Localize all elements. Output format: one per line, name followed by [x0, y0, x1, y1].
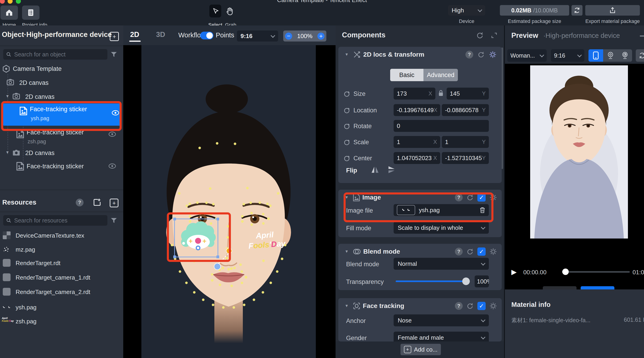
tree-item-2d-canvas-1[interactable]: 2D canvas — [0, 78, 123, 88]
collapse-preview-icon[interactable] — [640, 35, 644, 36]
reset-icon[interactable] — [466, 248, 474, 255]
keyframe-icon[interactable] — [343, 123, 350, 130]
gear-icon[interactable] — [489, 302, 497, 310]
selection-handle[interactable] — [216, 218, 219, 220]
timeline-track[interactable] — [562, 271, 630, 273]
fill-mode-dropdown[interactable]: Scale to display in whole — [394, 222, 489, 234]
reset-icon[interactable] — [466, 302, 474, 310]
enabled-checkbox[interactable]: ✓ — [478, 248, 486, 256]
transparency-value[interactable]: 100% — [474, 276, 489, 287]
tree-item-face-tracking-sticker-3[interactable]: Face-tracking sticker — [0, 161, 123, 171]
zoom-in-button[interactable]: + — [318, 32, 324, 40]
visibility-eye-icon[interactable] — [108, 163, 116, 169]
center-y-input[interactable]: -1.527310345Y — [442, 152, 489, 164]
zoom-out-button[interactable]: − — [285, 32, 292, 40]
aspect-ratio-dropdown[interactable]: 9:16 — [237, 30, 278, 41]
object-search[interactable] — [3, 49, 108, 60]
enabled-checkbox[interactable]: ✓ — [478, 302, 486, 310]
lock-icon[interactable] — [438, 89, 444, 97]
camera-canvas[interactable]: + + April Fools'Day — [142, 45, 316, 358]
resources-help-icon[interactable]: ? — [76, 199, 84, 206]
gear-icon[interactable] — [489, 51, 497, 58]
collapse-section-icon[interactable]: ▼ — [345, 304, 348, 308]
help-icon[interactable]: ? — [455, 194, 463, 201]
object-search-input[interactable] — [14, 51, 105, 58]
tree-item-face-tracking-sticker-ysh[interactable]: Face-tracking sticker ysh.pag — [3, 103, 120, 126]
tab-advanced[interactable]: Advanced — [424, 69, 458, 81]
add-component-button[interactable]: + Add co... — [400, 344, 441, 355]
resource-item[interactable]: RenderTarget_camera_2.rdt — [0, 287, 123, 297]
resource-item[interactable]: RenderTarget_camera_1.rdt — [0, 273, 123, 283]
visibility-eye-icon[interactable] — [108, 131, 116, 137]
home-button[interactable] — [0, 5, 18, 20]
keyframe-icon[interactable] — [343, 90, 350, 97]
selection-handle[interactable] — [216, 256, 219, 258]
anchor-dropdown[interactable]: Nose — [394, 315, 489, 326]
grab-tool-button[interactable] — [225, 6, 234, 16]
device-quality-dropdown[interactable]: High — [448, 5, 485, 15]
keyframe-icon[interactable] — [343, 155, 350, 162]
filter-icon[interactable] — [110, 52, 117, 57]
size-x-input[interactable]: 173X — [394, 88, 436, 99]
play-icon[interactable]: ▶ — [511, 268, 516, 276]
expand-arrow-icon[interactable]: ▼ — [6, 150, 10, 155]
preview-mode-camera1-button[interactable] — [603, 49, 618, 62]
select-tool-button[interactable] — [209, 4, 221, 17]
timeline-knob[interactable] — [562, 269, 569, 275]
tree-item-2d-canvas-3[interactable]: ▼ 2D canvas — [0, 148, 123, 158]
preview-mode-phone-button[interactable] — [588, 49, 603, 62]
tree-item-2d-canvas-2[interactable]: ▼ 2D canvas — [0, 92, 123, 102]
expand-arrow-icon[interactable]: ▼ — [6, 94, 10, 99]
gear-icon[interactable] — [489, 194, 497, 201]
scale-x-input[interactable]: 1X — [394, 136, 440, 148]
transparency-slider-track[interactable] — [396, 281, 469, 282]
help-icon[interactable]: ? — [455, 248, 463, 256]
project-info-button[interactable] — [22, 5, 40, 20]
sticker-selection-box[interactable] — [174, 219, 218, 257]
preview-ratio-dropdown[interactable]: 9:16 — [551, 49, 584, 62]
reset-icon[interactable] — [476, 31, 484, 39]
center-x-input[interactable]: 1.047052023X — [394, 152, 440, 164]
tab-2d[interactable]: 2D — [130, 30, 139, 39]
resource-item[interactable]: ysh.pag — [0, 302, 123, 312]
enabled-checkbox[interactable]: ✓ — [478, 193, 486, 202]
resource-item[interactable]: RenderTarget.rdt — [0, 258, 123, 268]
preview-model-dropdown[interactable]: Woman... — [507, 49, 547, 62]
add-resource-button[interactable]: + — [110, 199, 118, 207]
blend-mode-dropdown[interactable]: Normal — [394, 258, 489, 270]
collapse-section-icon[interactable]: ▼ — [345, 249, 348, 254]
selection-handle[interactable] — [173, 256, 176, 258]
keyframe-icon[interactable] — [343, 139, 350, 146]
keyframe-icon[interactable] — [343, 107, 350, 114]
resources-search[interactable] — [3, 215, 108, 226]
size-y-input[interactable]: 145Y — [446, 88, 489, 99]
flip-horizontal-icon[interactable] — [370, 165, 380, 174]
reset-icon[interactable] — [478, 51, 485, 58]
location-x-input[interactable]: -0.139676149X — [394, 104, 440, 116]
tab-basic[interactable]: Basic — [390, 69, 424, 81]
refresh-package-button[interactable] — [572, 5, 582, 15]
scale-y-input[interactable]: 1Y — [442, 136, 489, 148]
add-object-button[interactable]: + — [110, 32, 119, 41]
preview-refresh-button[interactable] — [636, 49, 644, 62]
resource-item[interactable]: AprilFools'Day zsh.pag — [0, 316, 123, 326]
preview-mode-camera2-button[interactable] — [618, 49, 632, 62]
image-file-field[interactable]: ysh.pag — [394, 204, 489, 216]
rotate-input[interactable]: 0 — [394, 120, 489, 132]
selection-handle[interactable] — [173, 218, 176, 220]
flip-vertical-icon[interactable] — [387, 165, 396, 174]
resource-item[interactable]: mz.pag — [0, 245, 123, 255]
transparency-slider-knob[interactable] — [462, 278, 470, 285]
reset-icon[interactable] — [466, 194, 474, 201]
tree-item-camera-template[interactable]: Camera Template — [0, 64, 123, 74]
workflow-toggle[interactable] — [200, 32, 214, 39]
tab-3d[interactable]: 3D — [156, 30, 165, 39]
location-y-input[interactable]: -0.08860578Y — [442, 104, 489, 116]
help-icon[interactable]: ? — [455, 302, 463, 310]
collapse-section-icon[interactable]: ▼ — [345, 195, 348, 200]
collapse-section-icon[interactable]: ▼ — [345, 52, 348, 57]
help-icon[interactable]: ? — [466, 51, 473, 58]
resources-search-input[interactable] — [14, 217, 105, 224]
resource-item[interactable]: DeviceCameraTexture.tex — [0, 231, 123, 241]
visibility-eye-icon[interactable] — [112, 110, 119, 116]
